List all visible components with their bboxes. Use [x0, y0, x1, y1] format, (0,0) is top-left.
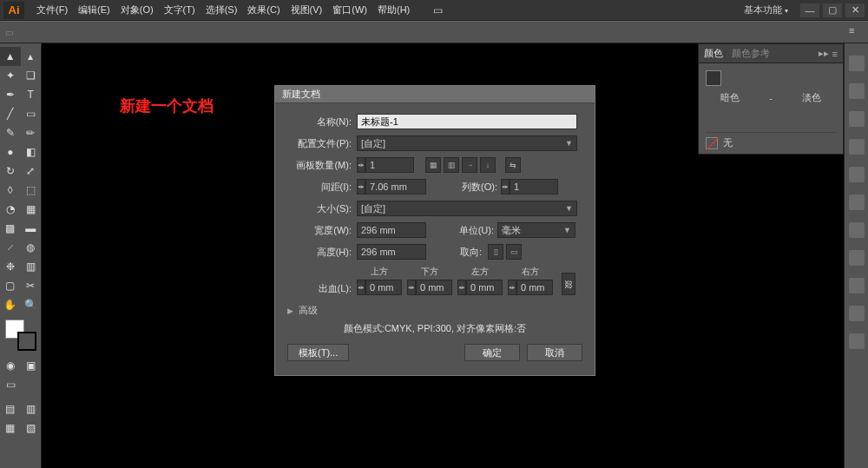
dock-layers-icon[interactable] [849, 306, 865, 321]
arrange-col-icon[interactable]: ↓ [480, 157, 496, 173]
menu-window[interactable]: 窗口(W) [327, 3, 372, 16]
dock-symbols-icon[interactable] [849, 139, 865, 155]
menu-help[interactable]: 帮助(H) [372, 3, 415, 16]
color-mode-icon[interactable]: ◉ [0, 356, 21, 375]
gradient-tool[interactable]: ▬ [21, 219, 42, 238]
bleed-left-input[interactable] [466, 280, 503, 295]
hand-tool[interactable]: ✋ [0, 295, 21, 314]
lasso-tool[interactable]: ❑ [21, 66, 42, 85]
tab-color-guide[interactable]: 颜色参考 [732, 47, 770, 60]
type-tool[interactable]: T [21, 85, 42, 104]
zoom-tool[interactable]: 🔍 [21, 295, 42, 314]
bleed-top-input[interactable] [365, 280, 402, 295]
dock-swatches-icon[interactable] [849, 83, 865, 99]
cancel-button[interactable]: 取消 [527, 344, 582, 361]
arrange-rtl-icon[interactable]: ⇆ [505, 157, 521, 173]
brush-tool[interactable]: ✎ [0, 123, 21, 142]
line-tool[interactable]: ╱ [0, 104, 21, 123]
pencil-tool[interactable]: ✏ [21, 123, 42, 142]
name-input[interactable] [357, 114, 577, 129]
workspace-switcher[interactable]: 基本功能 ▾ [735, 2, 797, 18]
dock-gradient-icon[interactable] [849, 194, 865, 210]
tab-color[interactable]: 颜色 [704, 47, 723, 60]
orient-landscape-icon[interactable]: ▭ [506, 244, 522, 260]
rotate-tool[interactable]: ↻ [0, 161, 21, 181]
bleed-right-stepper[interactable]: ◂▸ [508, 280, 516, 295]
eyedropper-tool[interactable]: ⟋ [0, 238, 21, 257]
bleed-link-icon[interactable]: ⛓ [562, 273, 575, 295]
panel-icon-3[interactable]: ▦ [0, 419, 21, 438]
profile-dropdown[interactable]: [自定]▼ [357, 135, 577, 151]
panel-icon-4[interactable]: ▧ [21, 419, 42, 438]
bleed-left-stepper[interactable]: ◂▸ [457, 280, 466, 295]
fill-stroke-indicator[interactable] [5, 320, 36, 351]
pen-tool[interactable]: ✒ [0, 85, 21, 104]
doc-layout-icon[interactable]: ▭ [427, 1, 448, 20]
rectangle-tool[interactable]: ▭ [21, 104, 42, 123]
menu-type[interactable]: 文字(T) [159, 3, 201, 16]
units-dropdown[interactable]: 毫米▼ [497, 222, 575, 238]
artboards-stepper[interactable]: ◂▸ [357, 157, 365, 173]
dock-appearance-icon[interactable] [849, 250, 865, 266]
menu-effect[interactable]: 效果(C) [242, 3, 285, 16]
menu-edit[interactable]: 编辑(E) [73, 3, 115, 16]
height-input[interactable] [357, 244, 426, 260]
screen-mode-icon[interactable]: ▭ [0, 375, 21, 394]
bleed-bottom-input[interactable] [416, 280, 452, 295]
dock-color-icon[interactable] [849, 56, 865, 71]
maximize-button[interactable]: ▢ [823, 3, 842, 17]
size-dropdown[interactable]: [自定]▼ [357, 201, 577, 216]
artboards-input[interactable] [365, 157, 414, 173]
menu-select[interactable]: 选择(S) [201, 3, 243, 16]
bleed-bottom-stepper[interactable]: ◂▸ [407, 280, 416, 295]
blob-brush-tool[interactable]: ● [0, 142, 21, 161]
bleed-right-input[interactable] [516, 280, 553, 295]
orient-portrait-icon[interactable]: ▯ [488, 244, 503, 260]
artboard-tool[interactable]: ▢ [0, 276, 21, 295]
graph-tool[interactable]: ▥ [21, 257, 42, 276]
dock-brushes-icon[interactable] [849, 111, 865, 127]
spacing-input[interactable] [365, 179, 426, 194]
draw-mode-icon[interactable]: ▣ [21, 356, 42, 375]
direct-selection-tool[interactable]: ▴ [21, 47, 42, 66]
dock-graphic-styles-icon[interactable] [849, 278, 865, 293]
menu-file[interactable]: 文件(F) [31, 3, 73, 16]
template-button[interactable]: 模板(T)... [287, 344, 349, 361]
cols-stepper[interactable]: ◂▸ [501, 179, 510, 194]
dock-transparency-icon[interactable] [849, 222, 865, 238]
close-button[interactable]: ✕ [845, 3, 865, 17]
panel-menu-icon[interactable]: ≡ [832, 49, 838, 59]
magic-wand-tool[interactable]: ✦ [0, 66, 21, 85]
slice-tool[interactable]: ✂ [21, 276, 42, 295]
ok-button[interactable]: 确定 [464, 344, 520, 361]
blend-tool[interactable]: ◍ [21, 238, 42, 257]
control-bar-menu-icon[interactable]: ≡ [849, 25, 863, 39]
menu-view[interactable]: 视图(V) [286, 3, 328, 16]
symbol-sprayer-tool[interactable]: ❉ [0, 257, 21, 276]
bleed-top-stepper[interactable]: ◂▸ [357, 280, 365, 295]
width-input[interactable] [357, 222, 426, 238]
selection-tool[interactable]: ▲ [0, 47, 21, 66]
panel-icon-2[interactable]: ▥ [21, 399, 42, 419]
panel-icon-1[interactable]: ▤ [0, 399, 21, 419]
arrange-row-icon[interactable]: → [462, 157, 477, 173]
active-color-swatch[interactable] [706, 70, 721, 86]
cols-input[interactable] [510, 179, 558, 194]
free-transform-tool[interactable]: ⬚ [21, 181, 42, 200]
advanced-toggle[interactable]: ▶ 高级 [287, 304, 582, 317]
none-swatch-icon[interactable] [706, 137, 718, 149]
grid-by-row-icon[interactable]: ▦ [425, 157, 441, 173]
scale-tool[interactable]: ⤢ [21, 161, 42, 181]
shape-builder-tool[interactable]: ◔ [0, 200, 21, 219]
spacing-stepper[interactable]: ◂▸ [357, 179, 365, 194]
eraser-tool[interactable]: ◧ [21, 142, 42, 161]
dock-artboards-icon[interactable] [849, 333, 865, 349]
grid-by-col-icon[interactable]: ▥ [444, 157, 459, 173]
dock-stroke-icon[interactable] [849, 167, 865, 182]
panel-collapse-icon[interactable]: ▸▸ [819, 48, 829, 59]
width-tool[interactable]: ◊ [0, 181, 21, 200]
menu-object[interactable]: 对象(O) [115, 3, 159, 16]
perspective-tool[interactable]: ▦ [21, 200, 42, 219]
minimize-button[interactable]: — [800, 3, 819, 17]
mesh-tool[interactable]: ▩ [0, 219, 21, 238]
